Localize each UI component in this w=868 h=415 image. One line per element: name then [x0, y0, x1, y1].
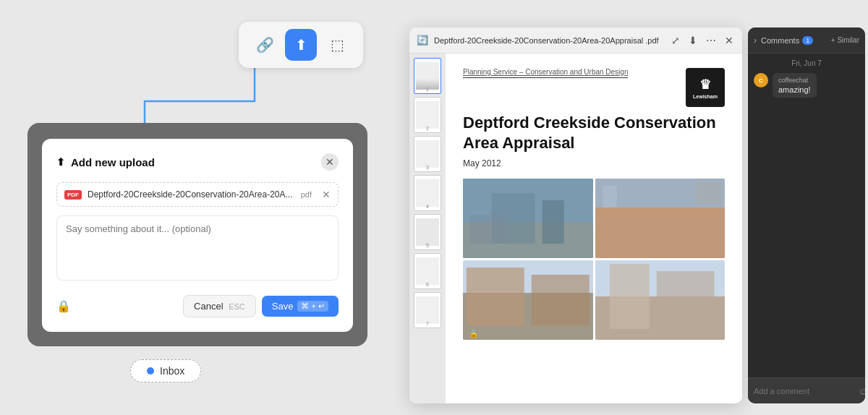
add-comment-input[interactable] [754, 387, 854, 395]
comment-text: amazing! [778, 85, 811, 94]
pdf-title: Deptford Creekside Conservation Area App… [463, 113, 725, 153]
pdf-main-content: Planning Service – Conservation and Urba… [446, 54, 742, 403]
lewisham-text: Lewisham [693, 94, 718, 99]
dialog-title: ⬆ Add new upload [56, 156, 155, 168]
pdf-close-button[interactable]: ✕ [723, 33, 735, 48]
emoji-button[interactable]: ☺ [858, 385, 865, 397]
save-button[interactable]: Save ⌘ + ↵ [262, 296, 339, 317]
similar-button[interactable]: + Similar [831, 36, 859, 44]
comment-item: C coffeechat amazing! [754, 73, 859, 98]
add-comment-bar: ☺ [748, 377, 865, 403]
pdf-topbar: 🔄 Deptford-20Creekside-20Conservation-20… [409, 27, 742, 54]
cancel-button[interactable]: Cancel ESC [183, 295, 256, 317]
pdf-more-button[interactable]: ⋯ [705, 33, 718, 48]
upload-dialog: ⬆ Add new upload ✕ PDF Deptford-20Creeks… [27, 123, 367, 346]
pdf-thumb-4[interactable]: 4 [414, 175, 441, 211]
comment-textarea[interactable] [56, 215, 339, 281]
svg-rect-16 [656, 271, 714, 329]
pdf-thumbnails: 1 2 3 4 5 6 7 [409, 54, 446, 403]
comments-tab: Comments 1 [761, 36, 813, 45]
pdf-thumb-6[interactable]: 6 [414, 253, 441, 289]
pdf-content: 1 2 3 4 5 6 7 [409, 54, 742, 403]
inbox-label[interactable]: Inbox [130, 359, 201, 382]
remove-file-button[interactable]: ✕ [322, 189, 331, 200]
inbox-text: Inbox [160, 365, 184, 377]
lewisham-logo: ♛ Lewisham [686, 68, 725, 107]
pdf-reload-icon: 🔄 [417, 35, 428, 46]
pdf-topbar-actions: ⤢ ⬇ ⋯ ✕ [670, 33, 735, 48]
comments-count-badge: 1 [802, 36, 813, 45]
save-shortcut-badge: ⌘ + ↵ [297, 301, 328, 312]
upload-title-icon: ⬆ [56, 156, 65, 168]
comments-topbar: › Comments 1 + Similar [748, 27, 865, 54]
lewisham-crown-icon: ♛ [699, 77, 711, 93]
inbox-dot [147, 367, 154, 375]
svg-rect-4 [470, 215, 506, 244]
svg-rect-12 [532, 275, 590, 325]
pdf-thumb-7[interactable]: 7 [414, 292, 441, 328]
pdf-images-grid [463, 179, 725, 340]
pdf-expand-button[interactable]: ⤢ [670, 33, 681, 48]
comments-tab-label: Comments [761, 36, 799, 45]
pdf-viewer: 🔄 Deptford-20Creekside-20Conservation-20… [409, 27, 742, 403]
pdf-image-2 [595, 179, 726, 258]
svg-rect-7 [602, 186, 616, 208]
comment-username: coffeechat [778, 77, 811, 84]
svg-rect-6 [595, 208, 726, 258]
svg-rect-3 [542, 200, 564, 244]
dialog-header: ⬆ Add new upload ✕ [56, 153, 339, 171]
pdf-thumb-5[interactable]: 5 [414, 214, 441, 250]
svg-rect-11 [467, 268, 524, 325]
dialog-title-text: Add new upload [71, 156, 155, 168]
pdf-date: May 2012 [463, 158, 725, 168]
cancel-label: Cancel [194, 301, 223, 312]
pdf-page-header: Planning Service – Conservation and Urba… [463, 68, 725, 107]
pdf-filename: Deptford-20Creekside-20Conservation-20Ar… [434, 36, 664, 45]
upload-button[interactable]: ⬆ [285, 29, 317, 61]
cancel-shortcut: ESC [229, 302, 245, 311]
lock-icon: 🔒 [56, 299, 71, 313]
pdf-thumb-3[interactable]: 3 [414, 136, 441, 172]
pdf-download-button[interactable]: ⬇ [687, 33, 699, 48]
upload-toolbar: 🔗 ⬆ ⬚ [239, 22, 363, 68]
dialog-footer: 🔒 Cancel ESC Save ⌘ + ↵ [56, 295, 339, 317]
file-name: Deptford-20Creekside-20Conservation-20Ar… [88, 189, 295, 200]
share-button[interactable]: ⬚ [321, 29, 353, 61]
comments-expand-button[interactable]: › [754, 35, 757, 46]
pdf-thumb-1[interactable]: 1 [414, 58, 441, 94]
pdf-image-4 [595, 260, 726, 340]
file-attachment-row: PDF Deptford-20Creekside-20Conservation-… [56, 182, 339, 207]
pdf-org-name: Planning Service – Conservation and Urba… [463, 68, 628, 78]
comments-panel: › Comments 1 + Similar Fri, Jun 7 C coff… [748, 27, 865, 403]
pdf-badge: PDF [64, 190, 82, 200]
file-extension: pdf [301, 190, 312, 199]
comment-bubble: coffeechat amazing! [773, 73, 817, 98]
close-dialog-button[interactable]: ✕ [321, 153, 339, 171]
footer-buttons: Cancel ESC Save ⌘ + ↵ [183, 295, 339, 317]
svg-rect-8 [696, 182, 721, 204]
comment-date: Fri, Jun 7 [754, 59, 859, 67]
comment-avatar: C [754, 73, 768, 87]
pdf-image-3 [463, 260, 593, 340]
comments-body: Fri, Jun 7 C coffeechat amazing! [748, 54, 865, 377]
pdf-lock-badge: 🔒 [469, 329, 479, 338]
save-label: Save [272, 301, 294, 312]
save-shortcut: ⌘ + ↵ [301, 301, 325, 311]
pdf-image-1 [463, 179, 593, 258]
pdf-thumb-2[interactable]: 2 [414, 97, 441, 133]
link-button[interactable]: 🔗 [249, 29, 281, 61]
svg-rect-15 [609, 264, 649, 329]
